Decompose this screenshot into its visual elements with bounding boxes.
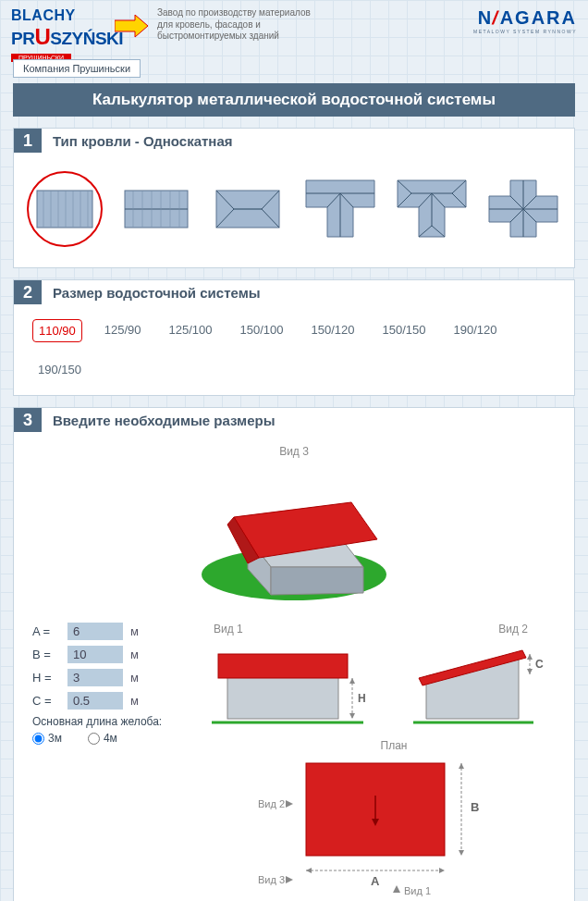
size-option[interactable]: 110/90	[32, 319, 82, 342]
svg-marker-71	[306, 868, 312, 873]
view-label-3d: Вид 3	[32, 441, 556, 465]
input-B[interactable]	[67, 646, 123, 663]
roof-option-t-shape[interactable]	[302, 171, 378, 247]
arrow-icon	[115, 15, 148, 46]
unit: м	[130, 648, 139, 661]
label-C: C =	[32, 694, 60, 708]
radio-3m[interactable]: 3м	[32, 732, 62, 745]
roof-option-t-hip[interactable]	[394, 171, 470, 247]
svg-marker-0	[115, 15, 148, 37]
dim-label-B: B	[471, 800, 479, 814]
svg-marker-49	[271, 567, 363, 595]
header-description: Завод по производству материалов для кро…	[157, 7, 459, 43]
view-label-2: Вид 2	[498, 623, 528, 636]
step-title: Размер водосточной системы	[42, 285, 261, 301]
svg-text:Вид 1: Вид 1	[404, 885, 431, 896]
input-H[interactable]	[67, 669, 123, 686]
unit: м	[130, 671, 139, 685]
svg-marker-68	[459, 763, 464, 769]
size-option[interactable]: 150/100	[235, 319, 289, 342]
header: BLACHY PRUSZYŃSKI ПРУШИНЬСКИ Завод по пр…	[0, 0, 588, 59]
svg-marker-76	[286, 876, 293, 883]
gutter-length-label: Основная длина желоба:	[32, 715, 178, 728]
svg-marker-57	[349, 713, 355, 719]
svg-marker-74	[286, 800, 293, 808]
svg-marker-50	[234, 502, 377, 558]
dim-label-H: H	[358, 692, 366, 705]
unit: м	[130, 624, 139, 638]
dim-label-A: A	[371, 874, 380, 888]
page-title: Калькулятор металлической водосточной си…	[13, 83, 575, 117]
label-H: H =	[32, 671, 60, 685]
panel-system-size: 2 Размер водосточной системы 110/90 125/…	[13, 279, 575, 396]
step-title: Введите необходимые размеры	[42, 413, 276, 428]
logo-niagara: N/AGARA METALOWY SYSTEM RYNNOWY	[473, 7, 577, 34]
panel-dimensions: 3 Введите необходимые размеры Вид 3 A =м…	[13, 407, 575, 901]
size-option[interactable]: 190/120	[448, 319, 503, 342]
elevation-diagrams: H C	[204, 637, 556, 730]
input-C[interactable]	[67, 692, 123, 710]
label-B: B =	[32, 648, 60, 661]
svg-marker-63	[527, 669, 533, 674]
plan-label: План	[204, 730, 556, 754]
svg-marker-78	[393, 885, 400, 893]
size-option[interactable]: 150/120	[306, 319, 361, 342]
view-label-1: Вид 1	[214, 623, 243, 636]
svg-marker-69	[459, 850, 464, 856]
step-number: 1	[14, 129, 42, 153]
input-A[interactable]	[67, 623, 123, 640]
size-option[interactable]: 150/150	[377, 319, 432, 342]
svg-rect-52	[227, 676, 338, 719]
roof-option-hip[interactable]	[210, 171, 286, 247]
panel-roof-type: 1 Тип кровли - Односкатная	[13, 128, 575, 268]
svg-text:Вид 3: Вид 3	[258, 874, 285, 885]
label-A: A =	[32, 624, 60, 638]
size-option[interactable]: 125/100	[164, 319, 218, 342]
unit: м	[130, 694, 139, 708]
radio-4m[interactable]: 4м	[88, 732, 117, 745]
dim-label-C: C	[535, 658, 544, 671]
isometric-diagram	[32, 465, 556, 623]
size-option[interactable]: 125/90	[99, 319, 147, 342]
svg-marker-62	[527, 654, 533, 660]
company-tab[interactable]: Компания Прушиньски	[13, 59, 141, 78]
svg-rect-1	[37, 191, 92, 228]
roof-option-gable[interactable]	[118, 171, 194, 247]
size-option[interactable]: 190/150	[32, 359, 87, 380]
svg-text:Вид 2: Вид 2	[258, 798, 285, 809]
roof-option-monopitch[interactable]	[27, 171, 103, 247]
step-number: 3	[14, 408, 42, 432]
svg-rect-53	[218, 654, 348, 678]
step-number: 2	[14, 280, 42, 304]
logo-blachy-pruszynski: BLACHY PRUSZYŃSKI ПРУШИНЬСКИ	[11, 7, 142, 56]
svg-marker-72	[439, 868, 445, 873]
svg-marker-56	[349, 678, 355, 684]
step-title: Тип кровли - Односкатная	[42, 133, 233, 149]
roof-option-cross[interactable]	[485, 171, 561, 247]
plan-diagram: B A Вид 2 Вид 3 Вид 1	[204, 754, 556, 901]
